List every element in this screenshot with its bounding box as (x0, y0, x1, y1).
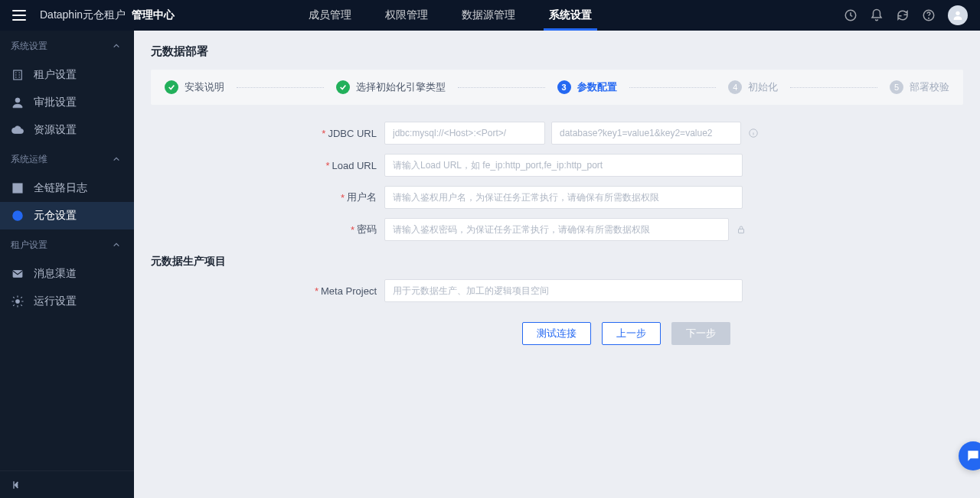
svg-point-8 (16, 214, 20, 218)
svg-point-2 (929, 18, 929, 18)
button-prev-step[interactable]: 上一步 (602, 322, 661, 345)
step-4: 4 初始化 (728, 80, 778, 94)
svg-rect-9 (13, 271, 22, 278)
sidebar-group-system-settings[interactable]: 系统设置 (0, 31, 134, 61)
sidebar-item-tenant-settings[interactable]: 租户设置 (0, 61, 134, 89)
label-loadurl: Load URL (332, 160, 377, 171)
sidebar-collapse[interactable] (0, 470, 134, 498)
check-icon (336, 80, 350, 94)
sidebar-item-label: 审批设置 (34, 96, 77, 109)
tab-datasource[interactable]: 数据源管理 (445, 0, 532, 31)
refresh-icon[interactable] (896, 8, 910, 22)
sidebar-item-label: 元仓设置 (34, 209, 77, 223)
brand-module: 管理中心 (132, 8, 175, 22)
label-password: 密码 (357, 223, 377, 236)
step-number: 5 (890, 80, 903, 94)
svg-rect-12 (739, 229, 744, 233)
label-jdbc: JDBC URL (328, 128, 377, 139)
top-nav: 成员管理 权限管理 数据源管理 系统设置 (292, 0, 609, 31)
step-label: 部署校验 (910, 80, 949, 94)
brand-tenant: Dataphin元仓租户 (40, 8, 126, 22)
sidebar-item-label: 运行设置 (34, 295, 77, 308)
collapse-icon (11, 479, 23, 491)
sidebar-group-label: 系统设置 (11, 40, 47, 53)
step-separator (629, 87, 717, 88)
mail-icon (11, 267, 24, 281)
main-content: 元数据部署 安装说明 选择初始化引擎类型 3 参数配置 4 初始化 (134, 31, 980, 498)
hamburger-icon[interactable] (12, 10, 26, 21)
input-meta-project[interactable] (384, 279, 743, 302)
tab-members[interactable]: 成员管理 (292, 0, 368, 31)
sidebar-group-label: 系统运维 (11, 153, 47, 166)
cloud-icon (11, 123, 24, 137)
gear-icon (11, 295, 24, 308)
input-load-url[interactable] (384, 154, 743, 177)
sidebar-group-system-ops[interactable]: 系统运维 (0, 144, 134, 174)
chevron-up-icon (113, 155, 120, 163)
step-separator (790, 87, 877, 88)
list-icon (11, 181, 24, 195)
step-separator (458, 87, 545, 88)
button-next-step: 下一步 (671, 322, 730, 345)
lock-icon[interactable] (735, 223, 747, 236)
step-label: 参数配置 (577, 80, 617, 94)
avatar[interactable] (948, 5, 968, 25)
page-title: 元数据部署 (151, 44, 963, 59)
step-1: 安装说明 (165, 80, 224, 94)
sidebar-item-metawarehouse[interactable]: 元仓设置 (0, 202, 134, 229)
step-5: 5 部署校验 (890, 80, 949, 94)
row-password: *密码 (151, 218, 963, 241)
chat-icon (965, 448, 980, 464)
help-icon[interactable] (922, 8, 936, 22)
sidebar-item-message-channel[interactable]: 消息渠道 (0, 260, 134, 288)
button-row: 测试连接 上一步 下一步 (289, 322, 963, 345)
chevron-up-icon (113, 241, 120, 249)
check-icon (165, 80, 178, 94)
input-username[interactable] (384, 186, 743, 209)
step-3: 3 参数配置 (557, 80, 617, 94)
svg-point-5 (15, 98, 20, 103)
topbar: Dataphin元仓租户 管理中心 成员管理 权限管理 数据源管理 系统设置 (0, 0, 980, 31)
sidebar-item-label: 消息渠道 (34, 267, 77, 281)
row-load-url: *Load URL (151, 154, 963, 177)
sidebar-item-resource-settings[interactable]: 资源设置 (0, 116, 134, 144)
steps-bar: 安装说明 选择初始化引擎类型 3 参数配置 4 初始化 5 部署校验 (151, 70, 963, 105)
sidebar-item-label: 租户设置 (34, 68, 77, 82)
svg-rect-4 (14, 70, 22, 80)
step-number: 3 (557, 80, 571, 94)
label-meta-project: Meta Project (321, 285, 377, 297)
section-meta-project: 元数据生产项目 (151, 255, 963, 269)
sidebar-item-label: 全链路日志 (34, 181, 87, 195)
clock-icon[interactable] (844, 8, 858, 22)
tab-system-settings[interactable]: 系统设置 (532, 0, 609, 31)
input-jdbc-prefix[interactable] (384, 122, 545, 145)
step-2: 选择初始化引擎类型 (336, 80, 446, 94)
topbar-right (844, 5, 968, 25)
sidebar-group-label: 租户设置 (11, 239, 47, 252)
sidebar-item-label: 资源设置 (34, 123, 77, 137)
bell-icon[interactable] (870, 8, 884, 22)
row-jdbc-url: *JDBC URL (151, 122, 963, 145)
building-icon (11, 68, 24, 82)
step-label: 安装说明 (185, 80, 224, 94)
sidebar-item-approval-settings[interactable]: 审批设置 (0, 89, 134, 116)
ring-icon (11, 209, 24, 223)
user-icon (11, 96, 24, 109)
brand: Dataphin元仓租户 管理中心 (40, 8, 175, 22)
info-icon[interactable] (747, 127, 760, 139)
step-number: 4 (728, 80, 742, 94)
button-test-connection[interactable]: 测试连接 (522, 322, 591, 345)
sidebar-group-tenant[interactable]: 租户设置 (0, 229, 134, 260)
row-username: *用户名 (151, 186, 963, 209)
tab-permissions[interactable]: 权限管理 (368, 0, 445, 31)
svg-point-3 (956, 11, 959, 15)
input-password[interactable] (384, 218, 729, 241)
input-jdbc-suffix[interactable] (551, 122, 741, 145)
row-meta-project: *Meta Project (151, 279, 963, 302)
svg-point-10 (16, 300, 20, 304)
step-label: 初始化 (748, 80, 778, 94)
label-username: 用户名 (347, 190, 377, 204)
sidebar-item-runtime-settings[interactable]: 运行设置 (0, 288, 134, 315)
sidebar-item-fulllink-log[interactable]: 全链路日志 (0, 174, 134, 202)
sidebar: 系统设置 租户设置 审批设置 资源设置 系统运维 全链路日志 元仓设置 租 (0, 31, 134, 498)
